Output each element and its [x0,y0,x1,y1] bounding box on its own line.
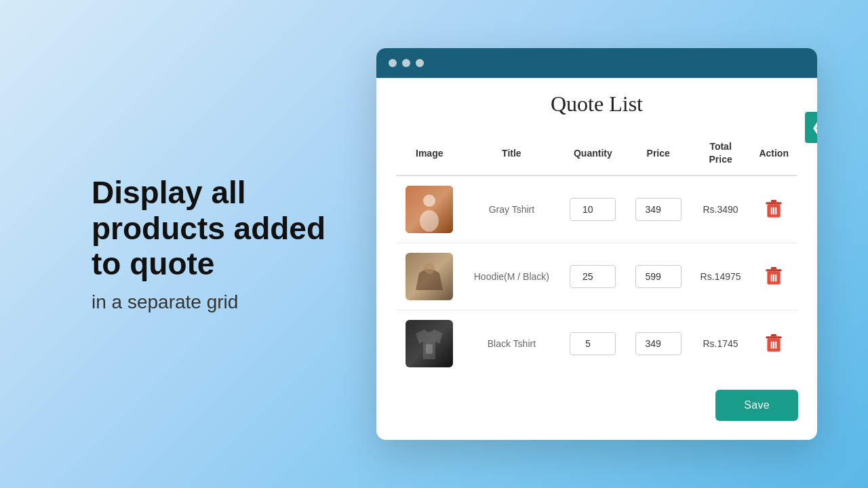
table-row: Black Tshirt Rs.1745 [396,310,798,377]
window-dot-2 [402,59,410,67]
cell-title-1: Hoodie(M / Black) [463,243,561,310]
cell-image-1 [396,243,463,310]
svg-rect-17 [771,267,777,269]
price-input-0[interactable] [635,198,682,221]
delete-button-2[interactable] [762,331,786,357]
svg-point-3 [420,210,439,232]
quantity-input-1[interactable] [570,265,616,288]
table-header-row: Image Title Quantity Price TotalPrice Ac… [396,131,798,176]
table-row: Gray Tshirt Rs.3490 [396,176,798,243]
quote-table: Image Title Quantity Price TotalPrice Ac… [395,130,798,377]
svg-point-11 [424,263,435,274]
page-title: Quote List [395,92,798,117]
col-header-action: Action [750,131,797,176]
svg-rect-21 [771,341,772,348]
svg-point-2 [423,195,435,207]
cell-title-0: Gray Tshirt [463,176,561,243]
cell-quantity-0 [560,176,625,243]
total-price-value-1: Rs.14975 [701,271,741,282]
svg-rect-5 [771,207,772,214]
chevron-button[interactable]: ❮ [805,112,817,143]
delete-button-1[interactable] [762,264,786,289]
cell-total-2: Rs.1745 [691,310,750,377]
col-header-price: Price [626,131,691,176]
product-image-1 [406,253,453,300]
quantity-input-0[interactable] [570,198,616,221]
svg-rect-9 [771,200,777,202]
svg-rect-6 [773,207,774,214]
svg-rect-24 [766,336,782,338]
cell-action-1 [750,243,797,310]
svg-rect-22 [773,341,774,348]
price-input-2[interactable] [635,332,682,355]
cell-total-0: Rs.3490 [691,176,750,243]
cell-price-2 [626,310,691,377]
cell-quantity-1 [560,243,625,310]
browser-window: ❮ Quote List Image Title Quantity Price … [376,48,817,439]
product-image-2 [406,320,453,367]
total-price-value-2: Rs.1745 [703,338,738,349]
main-heading: Display all products added to quote [92,175,336,283]
cell-title-2: Black Tshirt [463,310,561,377]
window-dot-1 [389,59,397,67]
save-button-row: Save [395,390,798,421]
window-dot-3 [416,59,424,67]
cell-quantity-2 [560,310,625,377]
table-row: Hoodie(M / Black) Rs.14975 [396,243,798,310]
price-input-1[interactable] [635,265,682,288]
cell-total-1: Rs.14975 [691,243,750,310]
cell-price-0 [626,176,691,243]
col-header-title: Title [463,131,561,176]
product-image-0 [406,186,453,233]
svg-rect-23 [775,341,776,348]
sub-heading: in a separate grid [92,291,336,313]
cell-action-0 [750,176,797,243]
svg-rect-19 [426,344,433,354]
col-header-total-price: TotalPrice [691,131,750,176]
cell-price-1 [626,243,691,310]
col-header-image: Image [396,131,463,176]
svg-rect-7 [775,207,776,214]
svg-rect-16 [766,269,782,271]
cell-action-2 [750,310,797,377]
left-panel: Display all products added to quote in a… [51,148,376,341]
svg-rect-14 [773,274,774,281]
svg-rect-13 [771,274,772,281]
browser-content: ❮ Quote List Image Title Quantity Price … [376,78,817,439]
save-button[interactable]: Save [715,390,798,421]
svg-rect-15 [775,274,776,281]
delete-button-0[interactable] [762,197,786,222]
cell-image-0 [396,176,463,243]
svg-rect-25 [771,334,777,336]
cell-image-2 [396,310,463,377]
svg-rect-8 [766,202,782,204]
col-header-quantity: Quantity [560,131,625,176]
browser-titlebar [376,48,817,78]
quantity-input-2[interactable] [570,332,616,355]
total-price-value-0: Rs.3490 [703,204,738,215]
